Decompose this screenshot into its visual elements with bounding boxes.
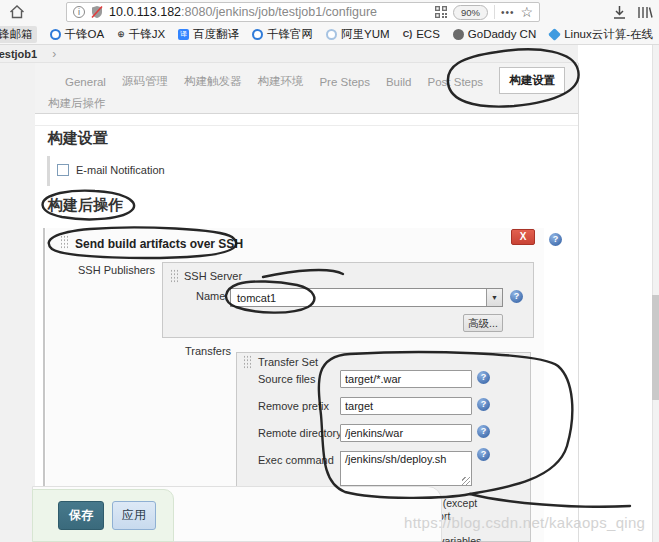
bookmark-favicon-icon [453,29,464,40]
zoom-level-badge[interactable]: 90% [453,5,488,20]
ssh-publishers-label: SSH Publishers [78,264,155,276]
drag-handle-icon[interactable] [243,355,252,369]
breadcrumb-separator-icon: › [52,47,56,61]
content-right-border [578,63,579,542]
qr-code-icon[interactable] [435,6,447,18]
email-notification-label: E-mail Notification [76,164,165,176]
ssh-server-name-select[interactable]: tomcat1 ▼ [230,288,503,307]
transfers-label: Transfers [185,345,231,357]
section-divider [35,125,578,126]
source-files-label: Source files [258,373,315,385]
bookmark-item[interactable]: 千锋官网 [252,27,313,42]
email-notification-checkbox[interactable] [57,164,69,176]
bookmarks-bar: 锋邮箱千锋OA⊕千锋JX译百度翻译千锋官网阿里YUMC)ECSGoDaddy C… [0,24,659,45]
bookmark-favicon-icon [326,29,337,40]
config-tab[interactable]: General [65,76,106,88]
bookmark-label: Linux云计算-在线 [564,27,653,42]
breadcrumb: testjob1 › [0,45,578,63]
remove-prefix-input[interactable] [340,397,472,415]
page-left-gutter [0,63,35,542]
help-icon[interactable]: ? [477,425,490,438]
bookmark-label: 锋邮箱 [0,27,33,42]
drag-handle-icon[interactable] [170,269,179,283]
help-icon[interactable]: ? [477,371,490,384]
bookmark-favicon-icon: ⊕ [117,29,125,40]
chevron-down-icon[interactable]: ▼ [486,289,502,306]
help-icon[interactable]: ? [549,233,562,246]
url-text[interactable]: 10.0.113.182:8080/jenkins/job/testjob1/c… [109,5,429,19]
build-settings-heading: 构建设置 [48,129,108,148]
name-label: Name [196,290,225,302]
bookmark-favicon-icon [252,29,263,40]
apply-button[interactable]: 应用 [112,501,156,530]
bookmark-item[interactable]: C)ECS [403,28,440,40]
bookmark-item[interactable]: 阿里YUM [326,27,390,42]
tab-build-settings[interactable]: 构建设置 [499,67,565,94]
scrollbar-thumb[interactable] [652,295,659,400]
remote-directory-input[interactable] [340,424,472,442]
info-icon[interactable]: i [73,6,85,18]
bookmark-favicon-icon [50,29,61,40]
download-icon[interactable] [612,5,627,20]
help-icon[interactable]: ? [510,290,523,303]
bookmark-favicon-icon: C) [403,29,413,40]
textarea-resize-grip-icon[interactable] [462,477,470,485]
bookmark-label: 千锋OA [65,27,105,42]
library-icon[interactable] [637,5,653,20]
help-icon[interactable]: ? [477,398,490,411]
help-icon[interactable]: ? [477,448,490,461]
post-build-heading: 构建后操作 [48,196,123,215]
tab-post-build-actions[interactable]: 构建后操作 [48,96,106,111]
bookmark-item[interactable]: Linux云计算-在线 [549,27,653,42]
config-tab[interactable]: 构建触发器 [184,74,242,89]
bookmark-item[interactable]: 锋邮箱 [0,26,37,43]
ssh-server-label: SSH Server [184,270,242,282]
ssh-block-title: Send build artifacts over SSH [75,237,243,251]
delete-publisher-button[interactable]: X [511,229,535,245]
source-files-input[interactable] [340,370,472,388]
advanced-button[interactable]: 高级... [463,314,503,332]
exec-command-textarea[interactable]: /jenkins/sh/deploy.sh [340,451,472,486]
bookmark-label: GoDaddy CN [468,28,536,40]
config-tab[interactable]: Post Steps [428,76,484,88]
transfer-set-label: Transfer Set [258,356,318,368]
screenshot-root: i 10.0.113.182:8080/jenkins/job/testjob1… [0,0,659,542]
ssh-server-name-value: tomcat1 [231,292,486,304]
remote-directory-label: Remote directory [258,427,342,439]
bookmark-label: 阿里YUM [341,27,390,42]
watermark: https://blog.csdn.net/kakaops_qing [404,514,645,531]
shield-blocked-icon[interactable] [91,5,103,19]
bookmark-label: 百度翻译 [193,27,239,42]
exec-command-label: Exec command [258,454,334,466]
bookmark-item[interactable]: ⊕千锋JX [117,27,165,42]
bookmark-favicon-icon: 译 [178,29,189,40]
home-icon[interactable] [9,4,25,20]
email-block-accent [47,156,50,186]
bookmark-item[interactable]: 译百度翻译 [178,27,239,42]
bookmark-label: 千锋JX [129,27,165,42]
config-tab-bar: General源码管理构建触发器构建环境Pre StepsBuildPost S… [35,63,578,114]
save-button[interactable]: 保存 [58,501,104,530]
urlbar-separator [494,5,495,19]
breadcrumb-job[interactable]: testjob1 [0,48,37,60]
config-tab[interactable]: 构建环境 [257,74,303,89]
bookmark-favicon-icon [548,28,561,41]
url-bar[interactable]: i 10.0.113.182:8080/jenkins/job/testjob1… [66,2,540,22]
config-tab[interactable]: Pre Steps [319,76,370,88]
bookmark-item[interactable]: 千锋OA [50,27,105,42]
bookmark-label: ECS [416,28,440,40]
url-host: 10.0.113.182 [109,5,181,19]
bookmark-star-icon[interactable]: ☆ [520,4,533,20]
bookmark-label: 千锋官网 [267,27,313,42]
url-path: :8080/jenkins/job/testjob1/configure [181,5,377,19]
page-actions-icon[interactable]: ••• [501,7,515,18]
scrollbar-track[interactable] [652,45,659,542]
config-tab[interactable]: Build [386,76,412,88]
config-tab-row: General源码管理构建触发器构建环境Pre StepsBuildPost S… [35,69,578,94]
bookmark-item[interactable]: GoDaddy CN [453,28,536,40]
remove-prefix-label: Remove prefix [258,400,329,412]
config-tab[interactable]: 源码管理 [122,74,168,89]
drag-handle-icon[interactable] [60,235,69,249]
